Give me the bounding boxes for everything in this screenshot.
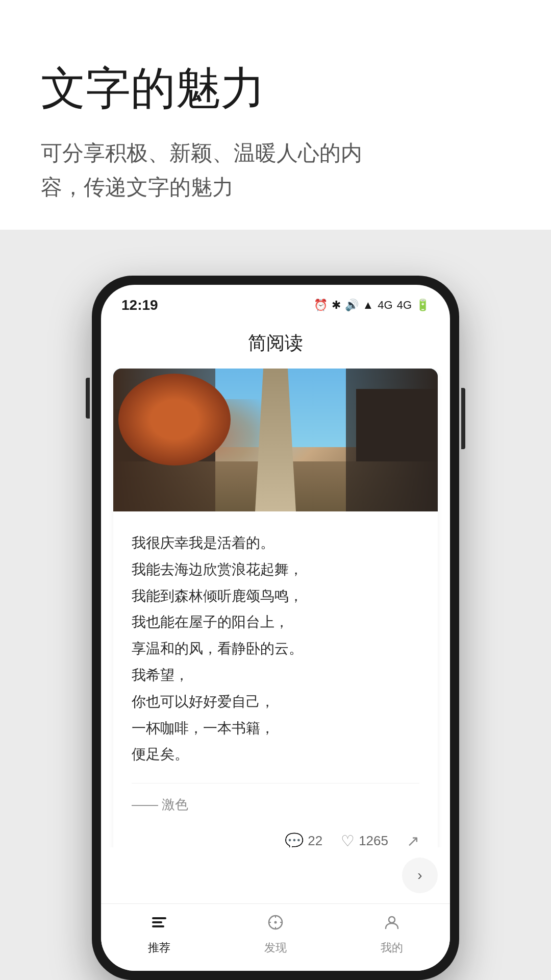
tab-icon-discover	[266, 913, 285, 936]
comment-count: 22	[308, 833, 322, 847]
status-icon-nfc: ⏰	[314, 299, 328, 312]
app-title-bar: 简阅读	[101, 321, 450, 369]
poem-line-4: 我也能在屋子的阳台上，	[132, 614, 289, 630]
status-icon-4g1: 4G	[378, 299, 392, 312]
poem-line-1: 我很庆幸我是活着的。	[132, 535, 274, 551]
tab-label-mine: 我的	[381, 940, 403, 955]
status-icon-4g2: 4G	[397, 299, 412, 312]
like-action[interactable]: ♡ 1265	[341, 832, 388, 847]
like-count: 1265	[359, 833, 388, 847]
foliage-left	[118, 374, 231, 465]
svg-point-4	[274, 921, 277, 924]
svg-rect-2	[152, 925, 164, 927]
svg-rect-0	[152, 917, 166, 919]
poem-line-3: 我能到森林倾听鹿颂鸟鸣，	[132, 588, 303, 604]
svg-rect-1	[152, 921, 162, 923]
status-icon-bt: ✱	[332, 299, 341, 312]
status-icon-vol: 🔊	[345, 299, 359, 312]
next-chevron-icon: ›	[417, 867, 422, 884]
status-bar: 12:19 ⏰ ✱ 🔊 ▲ 4G 4G 🔋	[101, 285, 450, 321]
like-icon: ♡	[341, 832, 355, 847]
article-card[interactable]: 我很庆幸我是活着的。 我能去海边欣赏浪花起舞， 我能到森林倾听鹿颂鸟鸣， 我也能…	[113, 369, 438, 847]
comment-icon: 💬	[285, 832, 304, 847]
article-actions: 💬 22 ♡ 1265 ↗	[113, 824, 438, 847]
article-image	[113, 369, 438, 511]
status-icon-battery: 🔋	[416, 299, 430, 312]
app-title: 简阅读	[248, 332, 303, 353]
tab-item-discover[interactable]: 发现	[264, 913, 287, 955]
tab-icon-mine	[383, 913, 401, 936]
next-button[interactable]: ›	[402, 857, 438, 893]
share-action[interactable]: ↗	[407, 832, 419, 847]
phone-screen: 12:19 ⏰ ✱ 🔊 ▲ 4G 4G 🔋 简阅读	[101, 285, 450, 971]
marketing-section: 文字的魅力 可分享积极、新颖、温暖人心的内容，传递文字的魅力	[0, 0, 551, 235]
content-area[interactable]: 我很庆幸我是活着的。 我能去海边欣赏浪花起舞， 我能到森林倾听鹿颂鸟鸣， 我也能…	[101, 369, 450, 847]
status-time: 12:19	[121, 297, 158, 313]
next-btn-area: ›	[101, 847, 450, 903]
poem-line-6: 我希望，	[132, 667, 189, 683]
poem-line-2: 我能去海边欣赏浪花起舞，	[132, 561, 303, 577]
share-icon: ↗	[407, 832, 419, 847]
main-title: 文字的魅力	[41, 61, 510, 115]
tab-icon-recommend	[150, 913, 168, 936]
tab-item-recommend[interactable]: 推荐	[148, 913, 170, 955]
phone-area: 12:19 ⏰ ✱ 🔊 ▲ 4G 4G 🔋 简阅读	[0, 230, 551, 980]
poem-line-5: 享温和的风，看静卧的云。	[132, 641, 303, 656]
article-text: 我很庆幸我是活着的。 我能去海边欣赏浪花起舞， 我能到森林倾听鹿颂鸟鸣， 我也能…	[113, 511, 438, 824]
status-icons: ⏰ ✱ 🔊 ▲ 4G 4G 🔋	[314, 299, 430, 312]
article-poem: 我很庆幸我是活着的。 我能去海边欣赏浪花起舞， 我能到森林倾听鹿颂鸟鸣， 我也能…	[132, 530, 419, 768]
comment-action[interactable]: 💬 22	[285, 832, 322, 847]
sub-title: 可分享积极、新颖、温暖人心的内容，传递文字的魅力	[41, 136, 398, 204]
tab-bar: 推荐 发现	[101, 903, 450, 971]
phone-frame: 12:19 ⏰ ✱ 🔊 ▲ 4G 4G 🔋 简阅读	[92, 276, 459, 980]
status-icon-wifi: ▲	[363, 299, 374, 312]
tab-label-discover: 发现	[264, 940, 287, 955]
poem-line-8: 一杯咖啡，一本书籍，	[132, 720, 274, 736]
article-author: —— 激色	[132, 783, 419, 814]
tree-right	[346, 369, 438, 511]
svg-point-9	[389, 917, 395, 923]
poem-line-7: 你也可以好好爱自己，	[132, 694, 274, 709]
tab-item-mine[interactable]: 我的	[381, 913, 403, 955]
poem-line-9: 便足矣。	[132, 746, 189, 762]
tab-label-recommend: 推荐	[148, 940, 170, 955]
